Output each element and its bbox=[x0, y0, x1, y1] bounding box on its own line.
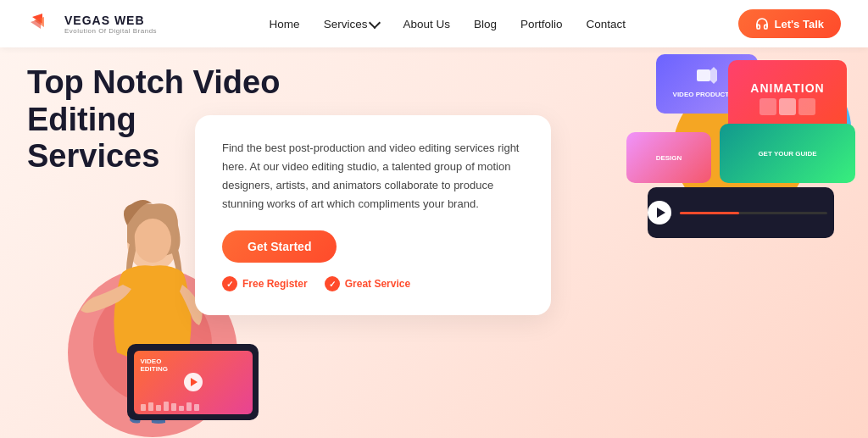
nav-item-about[interactable]: About Us bbox=[403, 16, 450, 31]
video-progress-fill bbox=[680, 212, 739, 214]
brand-tagline: Evolution Of Digital Brands bbox=[64, 27, 157, 35]
lets-talk-button[interactable]: Let's Talk bbox=[738, 9, 841, 38]
video-production-icon bbox=[697, 67, 717, 84]
nav-item-services[interactable]: Services bbox=[324, 18, 380, 30]
svg-rect-2 bbox=[141, 404, 146, 411]
trust-badges: ✓ Free Register ✓ Great Service bbox=[222, 276, 524, 291]
nav-item-home[interactable]: Home bbox=[270, 16, 300, 31]
video-player-bar[interactable] bbox=[648, 187, 834, 238]
collage-get-guide: GET YOUR GUIDE bbox=[720, 124, 855, 183]
svg-rect-7 bbox=[179, 406, 184, 411]
check-icon-2: ✓ bbox=[325, 276, 340, 291]
svg-rect-8 bbox=[186, 402, 192, 411]
chevron-down-icon bbox=[369, 16, 381, 28]
svg-rect-3 bbox=[148, 402, 153, 411]
lets-talk-label: Let's Talk bbox=[775, 18, 824, 30]
collage-card3-label: GET YOUR GUIDE bbox=[754, 147, 820, 161]
logo-text: VEGAS WEB Evolution Of Digital Brands bbox=[64, 14, 157, 35]
laptop-play-button[interactable] bbox=[184, 373, 203, 391]
svg-rect-10 bbox=[697, 69, 710, 81]
content-card: Find the best post-production and video … bbox=[195, 115, 551, 315]
svg-rect-9 bbox=[194, 404, 199, 411]
badge-free-register: ✓ Free Register bbox=[222, 276, 308, 291]
svg-point-1 bbox=[134, 219, 171, 263]
audio-bars bbox=[141, 401, 209, 411]
brand-name: VEGAS WEB bbox=[64, 14, 157, 27]
play-triangle-icon bbox=[191, 378, 198, 386]
hero-description: Find the best post-production and video … bbox=[222, 139, 524, 213]
svg-rect-5 bbox=[164, 402, 169, 411]
video-play-button[interactable] bbox=[648, 201, 671, 225]
video-progress-bar bbox=[680, 212, 827, 214]
nav-item-portfolio[interactable]: Portfolio bbox=[520, 16, 563, 31]
navbar: VEGAS WEB Evolution Of Digital Brands Ho… bbox=[0, 0, 868, 47]
nav-item-contact[interactable]: Contact bbox=[586, 16, 626, 31]
nav-item-blog[interactable]: Blog bbox=[474, 16, 497, 31]
laptop-screen: VIDEO EDITING bbox=[134, 351, 253, 414]
collage-design: Design bbox=[626, 132, 711, 183]
collage-card2-label: ANIMATION bbox=[750, 81, 824, 95]
badge1-text: Free Register bbox=[242, 278, 308, 290]
svg-marker-11 bbox=[710, 67, 717, 84]
badge2-text: Great Service bbox=[345, 278, 410, 290]
hero-section: Top Notch Video Editing Services bbox=[0, 47, 868, 437]
badge-great-service: ✓ Great Service bbox=[325, 276, 410, 291]
collage-card4-label: Design bbox=[653, 151, 686, 165]
check-icon-1: ✓ bbox=[222, 276, 237, 291]
laptop-video-card: VIDEO EDITING bbox=[127, 344, 259, 420]
svg-rect-4 bbox=[156, 405, 161, 411]
nav-links: Home Services About Us Blog Portfolio Co… bbox=[270, 16, 626, 31]
get-started-button[interactable]: Get Started bbox=[222, 230, 337, 263]
laptop-label: VIDEO EDITING bbox=[141, 358, 168, 374]
logo-icon bbox=[27, 8, 58, 39]
logo[interactable]: VEGAS WEB Evolution Of Digital Brands bbox=[27, 8, 157, 39]
svg-rect-6 bbox=[171, 403, 176, 411]
headphone-icon bbox=[755, 17, 769, 30]
collage-area: Video Production ANIMATION GET YOUR GUID… bbox=[571, 47, 860, 302]
play-icon bbox=[657, 208, 665, 218]
